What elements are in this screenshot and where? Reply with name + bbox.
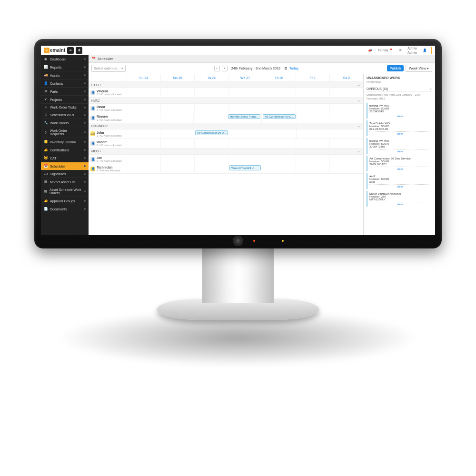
- calendar-cell[interactable]: [228, 88, 262, 98]
- calendar-cell[interactable]: [194, 104, 228, 113]
- work-card[interactable]: Motor Vibration AnalysisNumber: 280MTR12…: [367, 191, 432, 207]
- sidebar-item-parts[interactable]: ⚙Parts: [41, 88, 89, 96]
- person-cell[interactable]: 👤Joe0 / 45 hours allocated: [89, 155, 127, 164]
- calendar-cell[interactable]: [194, 139, 228, 149]
- calendar-cell[interactable]: [127, 104, 160, 113]
- calendar-cell[interactable]: [228, 139, 262, 149]
- calendar-cell[interactable]: [127, 113, 160, 123]
- calendar-cell[interactable]: [127, 155, 160, 164]
- group-header[interactable]: HVAC⌄: [89, 98, 363, 104]
- event-chip[interactable]: Air Compressor 90 D...: [195, 130, 228, 135]
- user-icon[interactable]: 👤: [421, 48, 429, 53]
- work-card[interactable]: Air Compressor 90 Day ServiceNumber: 506…: [367, 156, 432, 171]
- calendar-cell[interactable]: [160, 139, 194, 149]
- sidebar-item-work-order-tasks[interactable]: ≡Work Order Tasks: [41, 104, 89, 111]
- calendar-cell[interactable]: [228, 155, 262, 164]
- sidebar-item-projects[interactable]: ✔Projects: [41, 96, 89, 104]
- work-card[interactable]: testing PM WONumber: 50669235345345view: [367, 103, 432, 119]
- sidebar-item-certifications[interactable]: 👍Certifications: [41, 146, 89, 154]
- calendar-cell[interactable]: [296, 164, 329, 174]
- calendar-cell[interactable]: [329, 155, 363, 164]
- calendar-cell[interactable]: [229, 129, 262, 139]
- calendar-cell[interactable]: [330, 129, 363, 139]
- calendar-cell[interactable]: [329, 164, 363, 174]
- sidebar-item-contacts[interactable]: 👤Contacts: [41, 79, 89, 88]
- sidebar-item-documents[interactable]: 📄Documents: [41, 205, 89, 213]
- calendar-cell[interactable]: [329, 139, 363, 149]
- calendar-cell[interactable]: [296, 129, 330, 139]
- person-cell[interactable]: 👤Robert0 / 45 hours allocated: [89, 139, 127, 149]
- group-header[interactable]: ENGINEER⌄: [89, 123, 363, 129]
- event-chip[interactable]: WrenchTool123 ⚠: [229, 165, 261, 170]
- calendar-cell[interactable]: [194, 164, 228, 174]
- calendar-cell[interactable]: [262, 139, 296, 149]
- view-link[interactable]: view: [369, 202, 430, 206]
- calendar-cell[interactable]: Air Compressor 90 D...: [194, 129, 229, 139]
- person-cell[interactable]: 👤Vincent0 / 45 hours allocated: [89, 88, 127, 98]
- today-button[interactable]: Today: [289, 66, 298, 70]
- calendar-cell[interactable]: [296, 155, 329, 164]
- calendar-cell[interactable]: [297, 113, 330, 123]
- sidebar-item-inventory-journal[interactable]: 📒Inventory Journal: [41, 138, 89, 146]
- person-cell[interactable]: 👤Naveen2 / 60 hours allocated: [89, 113, 127, 123]
- calendar-cell[interactable]: Monthly Sump Pump...: [227, 113, 262, 123]
- event-chip[interactable]: Air Compressor 90 D...: [263, 114, 296, 119]
- calendar-cell[interactable]: WrenchTool123 ⚠: [228, 164, 262, 174]
- calendar-cell[interactable]: [262, 104, 296, 113]
- view-link[interactable]: view: [369, 114, 430, 118]
- sidebar-item-scheduled-wos[interactable]: 🗓Scheduled WOs: [41, 111, 89, 119]
- refresh-icon[interactable]: ⟳: [397, 48, 404, 53]
- calendar-cell[interactable]: [296, 139, 329, 149]
- view-mode-button[interactable]: Week View ▾: [406, 65, 432, 72]
- calendar-cell[interactable]: [330, 113, 363, 123]
- event-chip[interactable]: Monthly Sump Pump...: [228, 114, 261, 119]
- group-header[interactable]: MECH⌄: [89, 149, 363, 155]
- sidebar-item-asset-schedule-work-orders[interactable]: ▤Asset Schedule Work Orders: [41, 186, 89, 197]
- user-menu[interactable]: AdminAdmin: [406, 46, 419, 55]
- calendar-cell[interactable]: [160, 164, 194, 174]
- sidebar-item-scheduler[interactable]: 📅Scheduler: [41, 162, 89, 170]
- work-card[interactable]: testing PM WONumber: 506702396472365view: [367, 138, 432, 154]
- person-cell[interactable]: 👤David0 / 45 hours allocated: [89, 104, 127, 113]
- view-link[interactable]: view: [369, 131, 430, 135]
- overdue-header[interactable]: OVERDUE (16)⌄: [367, 86, 432, 92]
- calendar-cell[interactable]: Air Compressor 90 D...: [261, 113, 297, 123]
- calendar-cell[interactable]: [127, 139, 160, 149]
- calendar-cell[interactable]: [160, 104, 194, 113]
- publish-button[interactable]: Publish: [387, 65, 404, 71]
- brand-logo[interactable]: e emaint: [44, 48, 65, 53]
- work-card[interactable]: Test Dublin WONumber: 50697023-23-540-09…: [367, 120, 432, 136]
- view-link[interactable]: view: [369, 184, 430, 188]
- next-week-button[interactable]: ›: [222, 66, 228, 71]
- calendar-cell[interactable]: [127, 88, 160, 98]
- calendar-cell[interactable]: [329, 88, 363, 98]
- sidebar-item-work-orders[interactable]: 🔧Work Orders: [41, 119, 89, 127]
- sidebar-item-dashboard[interactable]: ◉Dashboard: [41, 55, 89, 63]
- view-link[interactable]: view: [369, 167, 430, 170]
- sidebar-item-work-order-requests[interactable]: ?Work Order Requests: [41, 127, 89, 138]
- date-picker-icon[interactable]: 🗓: [284, 66, 288, 70]
- calendar-cell[interactable]: [193, 113, 227, 123]
- location-selector[interactable]: Florida📍: [376, 48, 395, 53]
- sidebar-item-motors-asset-list[interactable]: ▤Motors Asset List: [41, 178, 89, 186]
- announce-icon[interactable]: 📣: [366, 48, 374, 53]
- calendar-cell[interactable]: [194, 88, 228, 98]
- person-cell[interactable]: 👤Technician1 / 6 hours allocated: [89, 164, 127, 174]
- hamburger-icon[interactable]: ≡: [67, 47, 74, 54]
- prev-week-button[interactable]: ‹: [214, 66, 220, 71]
- calendar-cell[interactable]: [296, 104, 329, 113]
- calendar-cell[interactable]: [160, 155, 194, 164]
- sidebar-item-reports[interactable]: 📊Reports: [41, 63, 89, 71]
- view-link[interactable]: view: [369, 149, 430, 153]
- calendar-cell[interactable]: [329, 104, 363, 113]
- sidebar-item-assets[interactable]: 🚚Assets: [41, 71, 89, 79]
- calendar-cell[interactable]: [228, 104, 262, 113]
- person-cell[interactable]: AJKAJohn1 / 60 hours allocated: [89, 129, 127, 139]
- calendar-cell[interactable]: [263, 129, 297, 139]
- calendar-cell[interactable]: [160, 88, 194, 98]
- calendar-cell[interactable]: [127, 164, 160, 174]
- calendar-cell[interactable]: [262, 88, 296, 98]
- calendar-cell[interactable]: [127, 129, 160, 139]
- share-icon[interactable]: ⋔: [76, 47, 82, 54]
- calendar-cell[interactable]: [160, 113, 193, 123]
